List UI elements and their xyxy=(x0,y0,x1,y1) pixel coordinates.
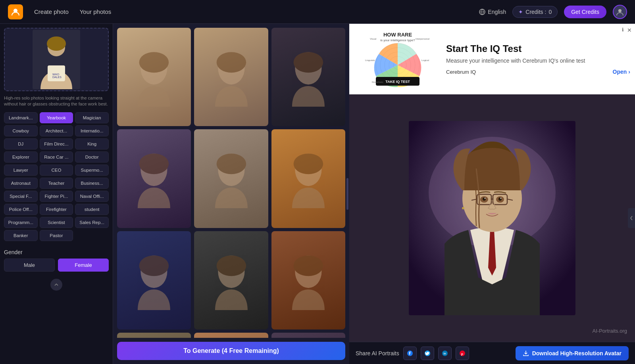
gallery-item-11[interactable] xyxy=(194,333,268,338)
ad-info-icon: ℹ xyxy=(622,27,624,33)
facebook-share-button[interactable] xyxy=(403,347,417,360)
style-grid: Landmark...YearbookMagicianCowboyArchite… xyxy=(4,112,109,241)
gallery-item-2[interactable] xyxy=(194,28,268,126)
credits-text: Credits : xyxy=(525,9,546,15)
ad-open-button[interactable]: Open › xyxy=(613,69,630,75)
style-btn-police-officer[interactable]: Police Off... xyxy=(4,204,38,215)
gallery-face-7 xyxy=(132,251,176,310)
svg-point-2 xyxy=(618,9,622,12)
style-btn-international[interactable]: Internatio... xyxy=(75,125,109,136)
gender-buttons: Male Female xyxy=(4,259,109,272)
style-btn-lawyer[interactable]: Lawyer xyxy=(4,165,38,176)
style-btn-scientist[interactable]: Scientist xyxy=(40,217,73,228)
svg-text:TAKE IQ TEST: TAKE IQ TEST xyxy=(385,80,410,84)
expand-tab[interactable] xyxy=(628,208,635,228)
style-btn-film-director[interactable]: Film Direc... xyxy=(40,138,73,149)
svg-point-10 xyxy=(139,52,169,73)
upload-hint: High-res solo photos looking straight at… xyxy=(4,95,109,107)
twitter-share-button[interactable] xyxy=(421,347,434,360)
pinterest-icon: p xyxy=(460,351,465,356)
svg-point-16 xyxy=(139,153,169,174)
style-btn-doctor[interactable]: Doctor xyxy=(75,151,109,163)
share-section: Share AI Portraits in xyxy=(356,347,469,360)
main-content: WHO DALES High-res solo photos looking s… xyxy=(0,24,635,364)
style-btn-pastor[interactable]: Pastor xyxy=(40,230,73,241)
preview-image: WHO DALES xyxy=(33,30,80,89)
svg-text:WHO: WHO xyxy=(52,73,60,76)
credits-value: 0 xyxy=(548,9,552,15)
style-btn-astronaut[interactable]: Astronaut xyxy=(4,178,38,189)
style-btn-business[interactable]: Business... xyxy=(75,178,109,189)
logo-icon[interactable] xyxy=(8,4,23,19)
upload-preview[interactable]: WHO DALES xyxy=(4,28,109,91)
download-icon xyxy=(523,350,529,356)
style-btn-race-car[interactable]: Race Car ... xyxy=(40,151,73,163)
gallery-scroll[interactable] xyxy=(113,24,349,338)
language-label: English xyxy=(488,9,506,15)
style-btn-landmark[interactable]: Landmark... xyxy=(4,112,38,123)
gallery-item-3[interactable] xyxy=(271,28,345,126)
download-button[interactable]: Download High-Resolution Avatar xyxy=(516,346,629,360)
get-credits-button[interactable]: Get Credits xyxy=(564,6,606,18)
linkedin-icon: in xyxy=(442,351,448,356)
download-label: Download High-Resolution Avatar xyxy=(532,350,622,356)
gallery-area: To Generate (4 Free Remaining) xyxy=(113,24,349,364)
gender-label: Gender xyxy=(4,249,109,255)
svg-point-5 xyxy=(47,36,66,51)
style-btn-king[interactable]: King xyxy=(75,138,109,149)
nav-your-photos[interactable]: Your photos xyxy=(78,6,113,17)
header: Create photo Your photos English ✦ Credi… xyxy=(0,0,635,24)
style-btn-explorer[interactable]: Explorer xyxy=(4,151,38,163)
user-avatar[interactable] xyxy=(613,5,627,19)
style-btn-dj[interactable]: DJ xyxy=(4,138,38,149)
svg-point-24 xyxy=(216,255,246,276)
gender-male[interactable]: Male xyxy=(4,259,55,272)
style-btn-fighter-pilot[interactable]: Fighter Pi... xyxy=(40,191,73,202)
gender-female[interactable]: Female xyxy=(58,259,109,272)
style-btn-sales-rep[interactable]: Sales Rep... xyxy=(75,217,109,228)
style-btn-firefighter[interactable]: Firefighter xyxy=(40,204,73,215)
style-btn-ceo[interactable]: CEO xyxy=(40,165,73,176)
style-btn-magician[interactable]: Magician xyxy=(75,112,109,123)
svg-text:Interpersonal: Interpersonal xyxy=(416,38,429,40)
svg-point-62 xyxy=(500,198,502,199)
gallery-item-7[interactable] xyxy=(117,231,191,330)
scrollbar-thumb[interactable] xyxy=(346,178,348,210)
style-btn-programmer[interactable]: Programm... xyxy=(4,217,38,228)
svg-text:Linguistic: Linguistic xyxy=(365,59,375,61)
style-btn-yearbook[interactable]: Yearbook xyxy=(40,112,73,123)
pinterest-share-button[interactable]: p xyxy=(456,347,469,360)
svg-text:is your intelligence type?: is your intelligence type? xyxy=(380,38,415,42)
generate-button[interactable]: To Generate (4 Free Remaining) xyxy=(117,342,345,360)
svg-text:Kinesthetic: Kinesthetic xyxy=(372,81,383,83)
ad-close-button[interactable]: ✕ xyxy=(627,27,632,33)
sparkle-icon: ✦ xyxy=(518,9,523,15)
svg-text:p: p xyxy=(461,351,463,355)
style-btn-student[interactable]: student xyxy=(75,204,109,215)
style-btn-cowboy[interactable]: Cowboy xyxy=(4,125,38,136)
style-btn-architect[interactable]: Architect... xyxy=(40,125,73,136)
style-btn-special-forces[interactable]: Special F... xyxy=(4,191,38,202)
style-btn-naval-officer[interactable]: Naval Offi... xyxy=(75,191,109,202)
gallery-item-12[interactable] xyxy=(271,333,345,338)
svg-point-61 xyxy=(485,198,486,199)
gallery-item-8[interactable] xyxy=(194,231,268,330)
gallery-item-9[interactable] xyxy=(271,231,345,330)
linkedin-share-button[interactable]: in xyxy=(438,347,452,360)
svg-point-22 xyxy=(139,255,169,276)
style-btn-teacher[interactable]: Teacher xyxy=(40,178,73,189)
gallery-item-10[interactable] xyxy=(117,333,191,338)
nav-create[interactable]: Create photo xyxy=(33,6,70,17)
language-selector[interactable]: English xyxy=(479,9,506,15)
gallery-item-4[interactable] xyxy=(117,129,191,228)
avatar-icon xyxy=(616,8,624,16)
svg-text:DALES: DALES xyxy=(52,76,62,79)
style-btn-supermodel[interactable]: Supermo... xyxy=(75,165,109,176)
collapse-button[interactable] xyxy=(50,279,62,291)
gallery-item-1[interactable] xyxy=(117,28,191,126)
style-btn-banker[interactable]: Banker xyxy=(4,230,38,241)
gallery-item-5[interactable] xyxy=(194,129,268,228)
svg-text:Visual: Visual xyxy=(370,38,376,40)
gallery-item-6[interactable] xyxy=(271,129,345,228)
header-right: English ✦ Credits : 0 Get Credits xyxy=(479,5,627,19)
